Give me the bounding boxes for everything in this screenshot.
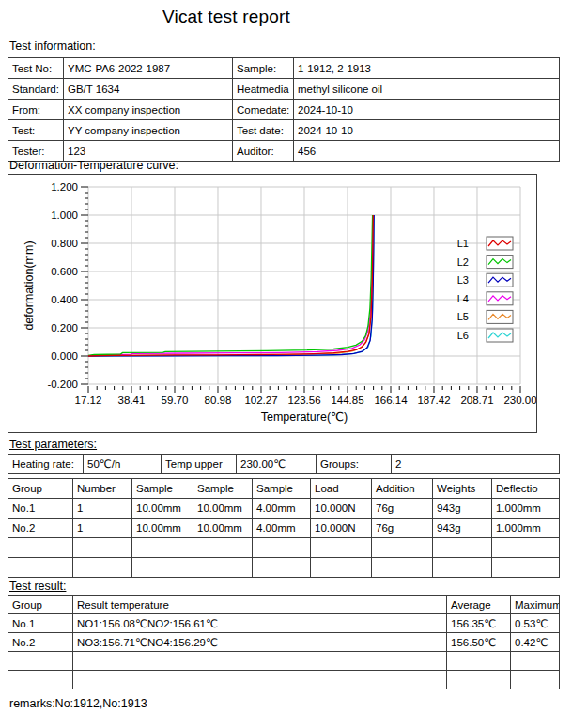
param-cell — [73, 558, 132, 578]
x-axis-title: Temperature(℃) — [261, 410, 348, 424]
x-tick-label: 38.41 — [118, 395, 146, 406]
table-row: No.2 1 10.00mm 10.00mm 4.00mm 10.000N 76… — [8, 519, 560, 538]
table-row: Test No: YMC-PA6-2022-1987 Sample: 1-191… — [8, 58, 560, 79]
y-tick-label: 0.600 — [51, 266, 78, 277]
table-header-row: Group Number Sample Sample Sample Load A… — [8, 479, 560, 499]
result-cell — [447, 652, 511, 671]
info-label: Test: — [8, 120, 64, 141]
x-tick-label: 230.00 — [503, 395, 536, 406]
param-cell: 4.00mm — [253, 519, 311, 538]
report-page: Vicat test report Test information: Test… — [0, 0, 572, 728]
column-header: Maximum — [511, 596, 560, 614]
legend-label-L1: L1 — [457, 238, 469, 249]
param-cell — [372, 538, 433, 558]
table-row: From: XX company inspection Comedate: 20… — [8, 100, 560, 120]
column-header: Addition — [372, 479, 433, 499]
result-cell — [8, 671, 73, 689]
param-cell: No.2 — [8, 519, 73, 538]
y-tick-label: 1.200 — [51, 181, 78, 193]
result-cell: NO1:156.08℃NO2:156.61℃ — [73, 614, 447, 633]
param-cell: 1 — [73, 499, 132, 519]
table-row — [8, 538, 560, 558]
x-tick-label: 59.70 — [162, 395, 189, 406]
param-cell: 10.00mm — [132, 499, 193, 519]
result-cell — [447, 671, 511, 689]
temp-upper-value: 230.00℃ — [237, 455, 317, 474]
section-label-test-parameters: Test parameters: — [9, 438, 97, 451]
info-value: 2024-10-10 — [294, 100, 560, 120]
y-tick-label: -0.200 — [47, 379, 78, 390]
legend-label-L4: L4 — [457, 293, 469, 304]
param-cell — [132, 558, 193, 578]
param-cell — [311, 538, 372, 558]
heating-rate-value: 50℃/h — [84, 455, 162, 474]
curve-L2 — [88, 215, 373, 355]
heating-rate-table: Heating rate: 50℃/h Temp upper 230.00℃ G… — [8, 454, 560, 474]
param-cell — [433, 558, 492, 578]
param-cell — [311, 558, 372, 578]
x-tick-label: 208.71 — [460, 395, 493, 406]
result-cell: 156.35℃ — [447, 614, 511, 633]
param-cell — [193, 538, 253, 558]
result-cell: 0.53℃ — [511, 614, 560, 633]
info-label: Heatmedia — [233, 79, 294, 100]
param-cell — [73, 538, 132, 558]
section-label-test-information: Test information: — [9, 39, 96, 53]
column-header: Group — [8, 596, 73, 614]
table-row: No.1 NO1:156.08℃NO2:156.61℃ 156.35℃ 0.53… — [8, 614, 560, 633]
test-result-table: Group Result temperature Average Maximum… — [8, 595, 560, 689]
y-tick-label: 0.200 — [51, 322, 78, 333]
param-cell — [433, 538, 492, 558]
groups-label: Groups: — [317, 455, 392, 474]
column-header: Sample — [193, 479, 253, 499]
info-label: Standard: — [8, 79, 64, 100]
legend-label-L5: L5 — [457, 311, 469, 322]
column-header: Result temperature — [73, 596, 447, 614]
info-value: 1-1912, 2-1913 — [294, 58, 560, 79]
column-header: Average — [447, 596, 511, 614]
param-cell: 943g — [433, 499, 492, 519]
test-parameters-table: Group Number Sample Sample Sample Load A… — [8, 478, 560, 578]
x-tick-label: 102.27 — [244, 395, 277, 406]
info-value: XX company inspection — [64, 100, 233, 120]
table-row — [8, 558, 560, 578]
param-cell — [253, 558, 311, 578]
info-label: Comedate: — [233, 100, 294, 120]
param-cell: 943g — [433, 519, 492, 538]
info-value: YMC-PA6-2022-1987 — [64, 58, 233, 79]
column-header: Group — [8, 479, 73, 499]
param-cell: 10.00mm — [193, 499, 253, 519]
info-value: GB/T 1634 — [64, 79, 233, 100]
column-header: Number — [73, 479, 132, 499]
x-tick-label: 166.14 — [374, 395, 408, 406]
param-cell: 76g — [372, 499, 433, 519]
param-cell — [132, 538, 193, 558]
column-header: Sample — [132, 479, 193, 499]
result-cell — [73, 671, 447, 689]
param-cell — [253, 538, 311, 558]
x-tick-label: 144.85 — [331, 395, 363, 406]
remarks-text: remarks:No:1912,No:1913 — [9, 697, 147, 710]
test-info-table: Test No: YMC-PA6-2022-1987 Sample: 1-191… — [8, 57, 560, 162]
param-cell — [8, 558, 73, 578]
param-cell: 10.000N — [311, 499, 372, 519]
table-row: Heating rate: 50℃/h Temp upper 230.00℃ G… — [8, 455, 560, 474]
param-cell: 10.00mm — [132, 519, 193, 538]
y-axis-title: deformation(mm) — [23, 240, 36, 330]
groups-value: 2 — [392, 455, 560, 474]
table-row: No.2 NO3:156.71℃NO4:156.29℃ 156.50℃ 0.42… — [8, 633, 560, 652]
param-cell: 76g — [372, 519, 433, 538]
result-cell — [8, 652, 73, 671]
param-cell: 1.000mm — [492, 519, 560, 538]
result-cell — [73, 652, 447, 671]
table-row: Test: YY company inspection Test date: 2… — [8, 120, 560, 141]
info-label: Test No: — [8, 58, 64, 79]
param-cell — [193, 558, 253, 578]
param-cell: 1 — [73, 519, 132, 538]
info-value: 2024-10-10 — [294, 120, 560, 141]
curve-L4 — [88, 215, 373, 356]
y-tick-label: 0.800 — [51, 238, 78, 249]
result-cell — [511, 652, 560, 671]
table-row — [8, 671, 560, 689]
column-header: Sample — [253, 479, 311, 499]
